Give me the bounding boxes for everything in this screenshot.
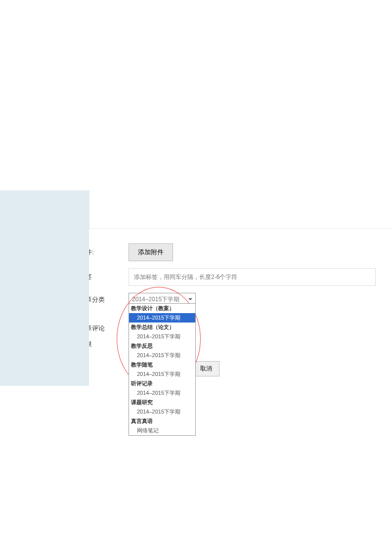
tags-row: 标签 — [79, 268, 392, 286]
dropdown-item[interactable]: 2014–2015下学期 — [129, 332, 195, 341]
dropdown-item[interactable]: 网络笔记 — [129, 426, 195, 435]
dropdown-category: 教学随笔 — [129, 360, 195, 370]
dropdown-category: 真言真语 — [129, 416, 195, 426]
category-row: 文章分类 2014–2015下学期 — [79, 293, 392, 306]
dropdown-category: 听评记录 — [129, 379, 195, 388]
dropdown-item[interactable]: 2014–2015下学期 — [129, 313, 195, 323]
dropdown-item[interactable]: 2014–2015下学期 — [129, 370, 195, 379]
attachment-row: 附件: 添加附件 — [79, 243, 392, 261]
dropdown-category: 教学反思 — [129, 341, 195, 351]
dropdown-category: 教学总结（论文） — [129, 323, 195, 332]
tags-input[interactable] — [129, 268, 376, 286]
category-dropdown[interactable]: 教学设计（教案）2014–2015下学期教学总结（论文）2014–2015下学期… — [129, 303, 196, 436]
dropdown-item[interactable]: 2014–2015下学期 — [129, 351, 195, 360]
cancel-button[interactable]: 取消 — [193, 361, 219, 376]
dropdown-item[interactable]: 2014–2015下学期 — [129, 388, 195, 398]
dropdown-category: 教学设计（教案） — [129, 304, 195, 313]
dropdown-category: 课题研究 — [129, 398, 195, 407]
content-box-bg — [89, 190, 392, 229]
permission-row: 权限 — [79, 340, 392, 349]
dropdown-item[interactable]: 2014–2015下学期 — [129, 407, 195, 416]
comment-row: 文章评论 — [79, 324, 392, 333]
blue-sidebar — [0, 190, 89, 386]
form-section: 附件: 添加附件 标签 文章分类 2014–2015下学期 文章评论 权限 教学… — [0, 0, 392, 349]
add-attachment-button[interactable]: 添加附件 — [129, 243, 173, 261]
